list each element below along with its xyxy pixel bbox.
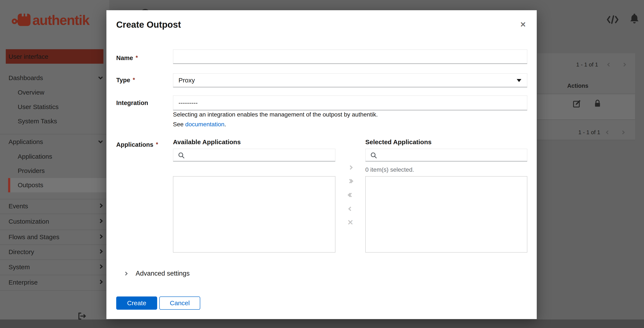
sidebar-item-applications[interactable]: Applications: [18, 153, 52, 160]
sidebar-item-user-interface[interactable]: User interface: [6, 49, 104, 64]
brand-wordmark: authentik: [32, 12, 89, 28]
add-selected-button[interactable]: [342, 163, 359, 172]
selected-search-input[interactable]: [379, 149, 526, 161]
chevron-right-icon[interactable]: [623, 63, 626, 67]
type-label: Type*: [116, 77, 135, 84]
pagination-label: 1 - 1 of 1: [576, 61, 598, 68]
integration-select[interactable]: ---------: [173, 95, 527, 110]
divider: [0, 214, 109, 214]
selected-applications-header: Selected Applications: [365, 139, 432, 146]
page-footer-band: [0, 320, 644, 328]
sidebar-item-flows-and-stages[interactable]: Flows and Stages: [8, 233, 59, 241]
divider: [537, 94, 635, 94]
clear-selection-button[interactable]: ✕: [342, 218, 359, 227]
sidebar: authentik User interface Dashboards Over…: [0, 0, 109, 320]
divider: [0, 259, 109, 260]
integration-label: Integration: [116, 99, 148, 107]
selected-applications-listbox[interactable]: [365, 176, 527, 253]
divider: [0, 134, 109, 134]
create-button[interactable]: Create: [116, 297, 157, 310]
required-marker: *: [136, 54, 138, 61]
remove-selected-button[interactable]: [342, 204, 359, 213]
brand-logo[interactable]: [12, 11, 33, 29]
table-row: [537, 94, 635, 120]
integration-help-text: Selecting an integration enables the man…: [173, 111, 378, 118]
caret-down-icon: [517, 79, 522, 82]
api-code-icon[interactable]: [606, 15, 619, 25]
sidebar-item-providers[interactable]: Providers: [18, 167, 45, 174]
sidebar-item-customization[interactable]: Customization: [8, 218, 49, 225]
remove-all-button[interactable]: [342, 190, 359, 199]
close-icon[interactable]: ✕: [520, 21, 526, 28]
name-label: Name*: [116, 54, 138, 62]
chevron-right-icon: [98, 203, 103, 208]
chevron-right-icon[interactable]: [622, 131, 624, 135]
chevron-right-icon: [98, 219, 103, 223]
sidebar-item-overview[interactable]: Overview: [18, 89, 44, 96]
divider: [537, 120, 635, 120]
chevron-down-icon: [98, 139, 103, 143]
divider: [0, 290, 109, 291]
cancel-button[interactable]: Cancel: [159, 297, 200, 310]
sidebar-item-applications-group[interactable]: Applications: [8, 138, 43, 146]
divider: [0, 245, 109, 245]
sidebar-item-system[interactable]: System: [8, 263, 30, 271]
type-select-value: Proxy: [178, 77, 195, 84]
lock-icon[interactable]: [594, 99, 601, 108]
selected-search: [365, 149, 527, 162]
integration-help-line2: See documentation.: [173, 121, 226, 128]
type-select[interactable]: Proxy: [173, 73, 527, 87]
integration-select-value: ---------: [178, 99, 198, 107]
sidebar-item-dashboards[interactable]: Dashboards: [8, 74, 43, 82]
required-marker: *: [156, 141, 158, 148]
bell-icon[interactable]: [629, 13, 640, 25]
chevron-right-icon: [98, 264, 103, 269]
sidebar-item-outposts[interactable]: Outposts: [18, 181, 43, 189]
edit-icon[interactable]: [573, 99, 581, 109]
sidebar-item-enterprise[interactable]: Enterprise: [8, 279, 38, 286]
sidebar-item-events[interactable]: Events: [8, 202, 28, 210]
actions-column-header: Actions: [567, 83, 588, 89]
advanced-settings-toggle[interactable]: Advanced settings: [124, 270, 190, 277]
user-interface-label: User interface: [8, 53, 48, 60]
applications-label: Applications*: [116, 141, 158, 148]
advanced-settings-label: Advanced settings: [136, 270, 190, 277]
selected-count-status: 0 item(s) selected.: [365, 166, 414, 173]
search-icon: [370, 152, 377, 160]
search-icon: [178, 152, 185, 160]
sidebar-item-directory[interactable]: Directory: [8, 248, 34, 256]
add-all-button[interactable]: [342, 176, 359, 186]
chevron-right-icon: [124, 272, 128, 275]
chevron-left-icon[interactable]: [606, 131, 609, 135]
available-search: [173, 149, 336, 162]
create-outpost-modal: Create Outpost ✕ Name* Type* Proxy Integ…: [106, 10, 537, 319]
available-applications-listbox[interactable]: [173, 176, 336, 253]
chevron-left-icon[interactable]: [608, 63, 610, 67]
pagination-label: 1 - 1 of 1: [578, 129, 600, 136]
available-search-input[interactable]: [187, 149, 334, 161]
documentation-link[interactable]: documentation: [185, 121, 224, 128]
modal-title: Create Outpost: [116, 19, 181, 30]
name-input[interactable]: [173, 49, 527, 64]
chevron-down-icon: [98, 75, 103, 79]
sidebar-item-user-statistics[interactable]: User Statistics: [18, 103, 59, 111]
chevron-right-icon: [98, 249, 103, 254]
divider: [0, 275, 109, 275]
chevron-right-icon: [348, 165, 352, 169]
required-marker: *: [133, 77, 135, 83]
key-icon: [12, 11, 33, 29]
divider: [0, 199, 109, 199]
chevron-left-icon: [348, 206, 352, 211]
sidebar-item-system-tasks[interactable]: System Tasks: [18, 118, 57, 125]
divider: [0, 230, 109, 230]
chevron-right-icon: [98, 280, 103, 284]
chevron-right-icon: [98, 234, 103, 239]
available-applications-header: Available Applications: [173, 139, 241, 146]
